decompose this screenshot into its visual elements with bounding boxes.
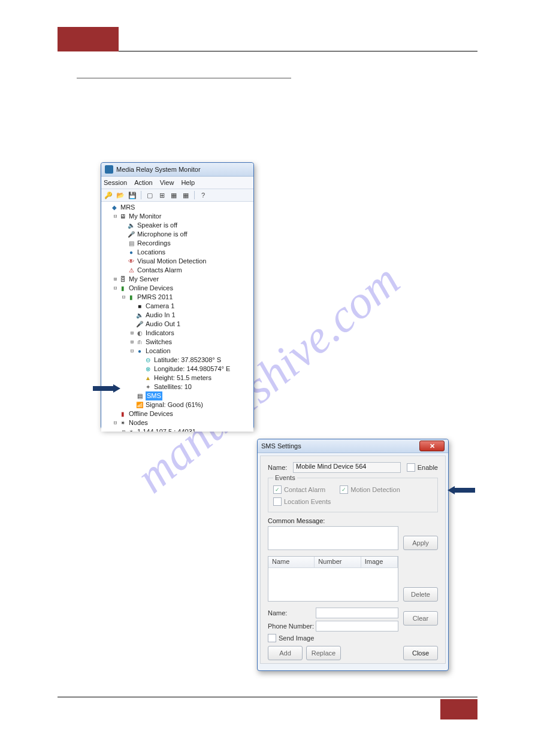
recipient-name-field[interactable] (316, 608, 398, 618)
lat-icon: ⊖ (144, 356, 152, 364)
apply-button[interactable]: Apply (403, 536, 438, 550)
nodes-icon: ✴ (119, 419, 127, 427)
events-title: Events (273, 474, 297, 481)
close-button[interactable]: ✕ (419, 441, 445, 451)
mic-icon: 🎤 (127, 230, 135, 238)
footer-rule (58, 697, 477, 697)
tree-indicators[interactable]: ⊞◐Indicators (101, 329, 253, 338)
node-icon: ✴ (127, 428, 135, 432)
tree-nodes[interactable]: ⊟✴Nodes (101, 418, 253, 427)
tree-lat[interactable]: ⊖Latitude: 37.852308° S (101, 356, 253, 365)
toolbar-separator (141, 191, 141, 199)
height-icon: ▲ (144, 374, 152, 382)
mrs-icon: ◆ (110, 204, 119, 211)
monitor-titlebar[interactable]: Media Relay System Monitor (101, 163, 253, 177)
online-icon: ▮ (119, 284, 127, 292)
key-icon[interactable]: 🔑 (104, 190, 113, 200)
tree-sms[interactable]: ▤SMS (101, 391, 253, 400)
phone-number-field[interactable] (316, 621, 398, 631)
tree-audioin[interactable]: 🔈Audio In 1 (101, 311, 253, 320)
alarm-icon: ⚠ (127, 266, 135, 274)
send-image-checkbox[interactable] (268, 634, 276, 642)
name2-label: Name: (268, 609, 316, 617)
contact-alarm-check[interactable]: ✓Contact Alarm (273, 485, 325, 494)
save-icon[interactable]: 💾 (128, 190, 137, 200)
layout1-icon[interactable]: ▢ (145, 190, 155, 200)
open-icon[interactable]: 📂 (116, 190, 125, 200)
tree-sats[interactable]: ✦Satellites: 10 (101, 382, 253, 391)
tree-myserver[interactable]: ⊞🗄My Server (101, 275, 253, 284)
globe-icon: ● (127, 248, 135, 256)
device-icon: ▮ (127, 293, 135, 301)
sat-icon: ✦ (144, 383, 152, 391)
replace-button[interactable]: Replace (306, 646, 341, 660)
tree-locations[interactable]: ●Locations (101, 248, 253, 257)
tree-switches[interactable]: ⊞⫙Switches (101, 338, 253, 347)
tree-recordings[interactable]: ▤Recordings (101, 239, 253, 248)
motion-icon: 👁 (127, 257, 135, 265)
dialog-titlebar[interactable]: SMS Settings ✕ (258, 439, 448, 453)
tree-mic[interactable]: 🎤Microphone is off (101, 230, 253, 239)
location-events-check[interactable]: Location Events (273, 497, 331, 506)
tree-contacts[interactable]: ⚠Contacts Alarm (101, 266, 253, 275)
tree-offline[interactable]: ▮Offline Devices (101, 409, 253, 418)
tree-location[interactable]: ⊟●Location (101, 347, 253, 356)
monitor-icon: 🖥 (119, 212, 127, 220)
audioin-icon: 🔈 (135, 311, 144, 319)
tree-mymonitor[interactable]: ⊟🖥My Monitor (101, 212, 253, 221)
menu-action[interactable]: Action (134, 179, 153, 186)
monitor-window: Media Relay System Monitor Session Actio… (101, 162, 254, 429)
phone-label: Phone Number: (268, 623, 316, 630)
tree-audioout[interactable]: 🎤Audio Out 1 (101, 320, 253, 329)
toolbar-separator (194, 191, 195, 199)
enable-checkbox[interactable] (407, 463, 415, 472)
tree-signal[interactable]: 📶Signal: Good (61%) (101, 400, 253, 409)
clear-button[interactable]: Clear (403, 611, 438, 626)
delete-button[interactable]: Delete (403, 587, 438, 602)
col-number[interactable]: Number (315, 557, 361, 567)
tree-online[interactable]: ⊟▮Online Devices (101, 284, 253, 293)
col-image[interactable]: Image (361, 557, 398, 567)
callout-arrow-left (93, 384, 120, 393)
enable-label: Enable (418, 464, 438, 471)
sms-settings-dialog: SMS Settings ✕ Name: Mobile Mind Device … (257, 439, 449, 671)
tree-vmd[interactable]: 👁Visual Motion Detection (101, 257, 253, 266)
tree-speaker[interactable]: 🔈Speaker is off (101, 221, 253, 230)
motion-detection-check[interactable]: ✓Motion Detection (340, 485, 400, 494)
app-icon (105, 165, 113, 174)
recipients-list[interactable]: Name Number Image (268, 556, 398, 602)
close-button-dialog[interactable]: Close (403, 646, 438, 660)
layout4-icon[interactable]: ▦ (181, 190, 191, 200)
audioout-icon: 🎤 (135, 320, 144, 328)
help-icon[interactable]: ? (198, 190, 208, 200)
signal-icon: 📶 (135, 401, 144, 409)
layout2-icon[interactable]: ⊞ (157, 190, 167, 200)
name-field[interactable]: Mobile Mind Device 564 (293, 462, 401, 473)
sub-rule (77, 78, 291, 78)
common-message-field[interactable] (268, 526, 398, 550)
name-label: Name: (268, 464, 293, 471)
dialog-body: Name: Mobile Mind Device 564 Enable Even… (260, 456, 446, 664)
menu-view[interactable]: View (160, 179, 174, 186)
menu-session[interactable]: Session (104, 179, 127, 186)
dialog-title: SMS Settings (261, 442, 301, 450)
add-button[interactable]: Add (268, 646, 303, 660)
device-tree[interactable]: ◆MRS ⊟🖥My Monitor 🔈Speaker is off 🎤Micro… (101, 202, 253, 432)
offline-icon: ▮ (119, 410, 127, 418)
toolbar: 🔑 📂 💾 ▢ ⊞ ▦ ▦ ? (101, 189, 253, 202)
layout3-icon[interactable]: ▦ (169, 190, 179, 200)
tree-root[interactable]: ◆MRS (101, 203, 253, 212)
monitor-title: Media Relay System Monitor (116, 166, 201, 173)
recordings-icon: ▤ (127, 239, 135, 247)
tree-height[interactable]: ▲Height: 51.5 meters (101, 374, 253, 382)
speaker-icon: 🔈 (127, 221, 135, 229)
menu-help[interactable]: Help (181, 179, 195, 186)
camera-icon: ■ (135, 302, 144, 310)
tree-lon[interactable]: ⊗Longitude: 144.980574° E (101, 365, 253, 374)
menu-bar: Session Action View Help (101, 177, 253, 189)
col-name[interactable]: Name (268, 557, 315, 567)
tree-node1[interactable]: ⊞✴1.144.107.5 : 44031 (101, 427, 253, 432)
tree-device[interactable]: ⊟▮PMRS 2011 (101, 293, 253, 302)
tree-camera[interactable]: ■Camera 1 (101, 302, 253, 311)
globe-icon: ● (135, 347, 144, 355)
